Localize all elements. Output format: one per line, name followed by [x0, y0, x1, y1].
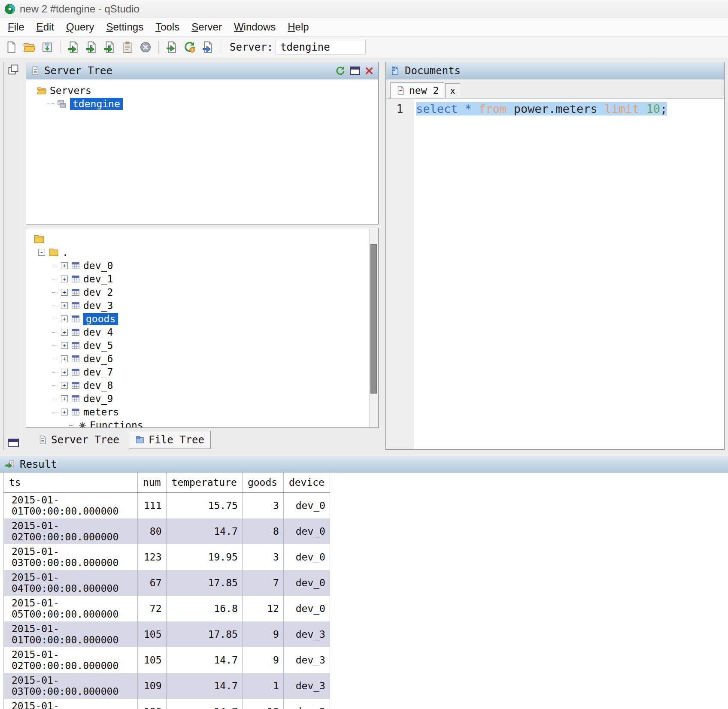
server-select[interactable]: tdengine: [276, 40, 366, 55]
scrollbar-track[interactable]: [369, 229, 378, 427]
expand-icon[interactable]: +: [61, 276, 68, 282]
expand-icon[interactable]: +: [61, 262, 68, 269]
tree-item-functions[interactable]: Functions: [69, 419, 375, 427]
tree-item-dev_9[interactable]: +dev_9: [52, 392, 375, 406]
cell-temperature: 14.7: [166, 699, 242, 709]
tab-close-button[interactable]: x: [445, 83, 460, 98]
tree-item-dev_5[interactable]: +dev_5: [52, 339, 375, 352]
expand-icon[interactable]: +: [61, 382, 68, 389]
expand-icon[interactable]: +: [61, 369, 68, 376]
tree-connector: [52, 359, 58, 359]
send-query-icon[interactable]: [164, 39, 179, 55]
tree-item-tdengine[interactable]: tdengine: [48, 97, 375, 110]
minimized-window-icon[interactable]: [8, 439, 19, 447]
expand-icon[interactable]: +: [61, 329, 68, 336]
tree-item-label: Servers: [50, 85, 91, 96]
tree-item-label: dev_3: [83, 300, 113, 311]
result-row[interactable]: 2015-01-01T00:00:00.00000011115.753dev_0: [4, 493, 330, 519]
tree-item-dev_1[interactable]: +dev_1: [52, 273, 375, 286]
cell-device: dev_3: [283, 673, 330, 699]
menu-server[interactable]: Server: [185, 19, 228, 35]
tree-item-dev_0[interactable]: +dev_0: [52, 259, 375, 273]
sql-statement: select * from power.meters limit 10;: [416, 102, 667, 115]
column-header-temperature[interactable]: temperature: [166, 473, 242, 493]
cell-num: 105: [138, 647, 167, 673]
title-bar: new 2 #tdengine - qStudio: [0, 0, 728, 18]
expand-icon[interactable]: +: [61, 355, 68, 362]
result-table: tsnumtemperaturegoodsdevice 2015-01-01T0…: [3, 473, 330, 709]
tree-connector: [48, 103, 54, 104]
code-area[interactable]: select * from power.meters limit 10;: [414, 99, 724, 449]
result-icon: [4, 460, 15, 469]
result-row[interactable]: 2015-01-02T00:00:00.0000008014.78dev_0: [4, 518, 330, 544]
tree-item-dev_6[interactable]: +dev_6: [52, 352, 375, 366]
cell-goods: 1: [242, 673, 283, 699]
column-header-goods[interactable]: goods: [242, 473, 283, 493]
menu-settings[interactable]: Settings: [100, 19, 149, 35]
menu-windows[interactable]: Windows: [228, 19, 282, 35]
tree-item-goods[interactable]: +goods: [52, 312, 375, 326]
tree-root-icon-row[interactable]: [33, 233, 375, 246]
tree-item-dev_4[interactable]: +dev_4: [52, 326, 375, 339]
paste-icon[interactable]: [120, 39, 135, 55]
expand-icon[interactable]: +: [61, 395, 68, 402]
run-file-icon[interactable]: [102, 39, 117, 55]
tree-item-dev_7[interactable]: +dev_7: [52, 366, 375, 379]
maximize-icon[interactable]: [350, 67, 360, 75]
expand-icon[interactable]: +: [61, 302, 68, 309]
open-file-icon[interactable]: [21, 39, 37, 55]
tree-item-meters[interactable]: +meters: [52, 406, 375, 419]
cell-ts: 2015-01-02T00:00:00.000000: [4, 518, 138, 544]
tree-item-dev_8[interactable]: +dev_8: [52, 379, 375, 392]
menu-file[interactable]: File: [2, 19, 30, 35]
collapse-icon[interactable]: -: [38, 249, 45, 256]
export-result-icon[interactable]: [200, 39, 215, 55]
stop-icon[interactable]: [138, 39, 153, 55]
document-tab-bar: new 2 x: [386, 79, 724, 99]
run-query-icon[interactable]: [66, 39, 81, 55]
result-row[interactable]: 2015-01-04T00:00:00.00000010614.710dev_3: [4, 699, 330, 709]
cell-temperature: 14.7: [166, 673, 242, 699]
expand-icon[interactable]: +: [61, 289, 68, 296]
scrollbar-thumb[interactable]: [370, 244, 377, 394]
cell-temperature: 14.7: [166, 647, 242, 673]
result-title: Result: [20, 458, 57, 470]
tree-item-servers[interactable]: Servers: [36, 84, 375, 97]
column-header-device[interactable]: device: [283, 473, 330, 493]
tree-item-label: dev_5: [83, 340, 113, 351]
run-line-icon[interactable]: [84, 39, 99, 55]
menu-help[interactable]: Help: [282, 19, 315, 35]
column-header-num[interactable]: num: [138, 473, 167, 493]
column-header-ts[interactable]: ts: [4, 473, 138, 493]
result-row[interactable]: 2015-01-04T00:00:00.0000006717.857dev_0: [4, 570, 330, 596]
menu-edit[interactable]: Edit: [30, 19, 60, 35]
result-row[interactable]: 2015-01-02T00:00:00.00000010514.79dev_3: [4, 647, 330, 673]
refresh-icon[interactable]: [335, 66, 346, 76]
save-icon[interactable]: [39, 39, 55, 55]
tab-new-2[interactable]: new 2: [390, 82, 444, 98]
cell-temperature: 17.85: [166, 570, 242, 596]
restore-windows-icon[interactable]: [7, 64, 19, 76]
result-row[interactable]: 2015-01-05T00:00:00.0000007216.812dev_0: [4, 596, 330, 621]
new-file-icon[interactable]: [3, 39, 19, 55]
result-row[interactable]: 2015-01-03T00:00:00.00000012319.953dev_0: [4, 544, 330, 570]
left-column: Server Tree Servers: [26, 62, 379, 450]
menu-tools[interactable]: Tools: [149, 19, 185, 35]
sql-editor[interactable]: 1 select * from power.meters limit 10;: [386, 99, 724, 449]
tab-file-tree[interactable]: File Tree: [129, 431, 211, 449]
tab-server-tree[interactable]: Server Tree: [32, 431, 125, 448]
result-row[interactable]: 2015-01-03T00:00:00.00000010914.71dev_3: [4, 673, 330, 699]
tree-item-dot-root[interactable]: - .: [38, 246, 375, 259]
tree-connector: [52, 385, 58, 386]
result-row[interactable]: 2015-01-01T00:00:00.00000010517.859dev_3: [4, 621, 330, 647]
tree-connector: [52, 266, 58, 266]
tree-item-dev_3[interactable]: +dev_3: [52, 299, 375, 312]
expand-icon[interactable]: +: [61, 342, 68, 349]
menu-query[interactable]: Query: [60, 19, 100, 35]
expand-icon[interactable]: +: [61, 315, 68, 322]
tree-item-label: dev_2: [83, 287, 113, 298]
refresh-server-icon[interactable]: [182, 39, 197, 55]
close-icon[interactable]: [364, 66, 374, 76]
expand-icon[interactable]: +: [61, 409, 68, 415]
tree-item-dev_2[interactable]: +dev_2: [52, 286, 375, 299]
